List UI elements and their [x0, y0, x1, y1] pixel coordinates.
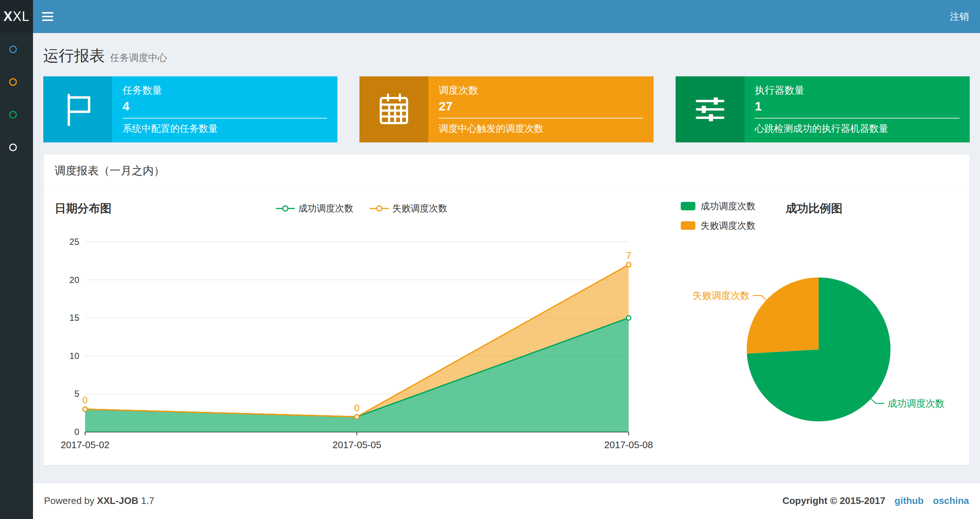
brand-name: XXL-JOB: [97, 495, 138, 506]
info-box-value: 4: [123, 99, 327, 113]
svg-text:2017-05-08: 2017-05-08: [605, 439, 653, 450]
legend-item-success[interactable]: 成功调度次数: [681, 200, 756, 212]
info-box-desc: 调度中心触发的调度次数: [439, 122, 643, 135]
logout-link[interactable]: 注销: [939, 0, 980, 33]
report-panel: 调度报表（一月之内） 日期分布图 成功调度次数: [43, 154, 970, 465]
version: 1.7: [141, 495, 154, 506]
info-box-value: 1: [755, 99, 959, 113]
date-distribution-section: 日期分布图 成功调度次数 失败调度次数: [44, 188, 679, 465]
circle-icon: [9, 78, 17, 86]
line-chart-legend: 成功调度次数 失败调度次数: [44, 202, 679, 214]
svg-text:失败调度次数: 失败调度次数: [692, 290, 750, 301]
divider: [123, 118, 327, 118]
divider: [439, 118, 643, 118]
sidebar-item-1[interactable]: [0, 33, 33, 66]
sliders-icon: [676, 76, 745, 142]
page-header: 运行报表任务调度中心: [33, 33, 980, 66]
page-footer: Powered by XXL-JOB 1.7 Copyright © 2015-…: [33, 482, 980, 519]
copyright: Copyright © 2015-2017: [782, 495, 885, 506]
svg-text:10: 10: [69, 351, 79, 361]
circle-icon: [9, 144, 17, 151]
line-series-marker-icon: [276, 204, 295, 212]
info-box-task-count: 任务数量 4 系统中配置的任务数量: [43, 76, 337, 142]
svg-text:7: 7: [626, 250, 631, 261]
line-series-marker-icon: [370, 204, 389, 212]
sidebar-item-3[interactable]: [0, 98, 33, 131]
logo[interactable]: XXL: [0, 0, 33, 33]
sidebar-item-2[interactable]: [0, 66, 33, 98]
svg-text:5: 5: [75, 389, 79, 399]
svg-text:25: 25: [69, 237, 79, 247]
flag-icon: [43, 76, 112, 142]
calendar-icon: [360, 76, 428, 142]
info-box-value: 27: [439, 99, 643, 113]
panel-title: 调度报表（一月之内）: [44, 155, 969, 188]
info-box-desc: 心跳检测成功的执行器机器数量: [755, 122, 959, 135]
info-box-title: 调度次数: [439, 84, 643, 97]
svg-text:成功调度次数: 成功调度次数: [888, 398, 945, 409]
info-box-trigger-count: 调度次数 27 调度中心触发的调度次数: [360, 76, 654, 142]
page-title: 运行报表: [43, 47, 105, 64]
oschina-link[interactable]: oschina: [933, 495, 969, 506]
sidebar-item-4[interactable]: [0, 131, 33, 164]
svg-text:0: 0: [354, 402, 360, 413]
sidebar-toggle-button[interactable]: [33, 0, 62, 33]
sidebar: [0, 33, 33, 519]
svg-text:2017-05-02: 2017-05-02: [61, 439, 110, 450]
pie-chart-title: 成功比例图: [786, 201, 842, 216]
divider: [755, 118, 959, 118]
svg-text:15: 15: [69, 313, 79, 323]
svg-text:0: 0: [83, 394, 88, 406]
page-subtitle: 任务调度中心: [110, 52, 167, 63]
success-ratio-section: 成功调度次数 失败调度次数 成功比例图 成功调度次数失败调度次数: [679, 188, 969, 465]
hamburger-icon: [42, 12, 53, 14]
top-navbar: XXL 注销: [0, 0, 980, 33]
info-box-title: 执行器数量: [755, 84, 959, 97]
logo-text: XL: [13, 9, 29, 24]
powered-by: Powered by XXL-JOB 1.7: [44, 495, 154, 506]
github-link[interactable]: github: [894, 495, 924, 506]
legend-label: 成功调度次数: [700, 200, 756, 212]
svg-text:2017-05-05: 2017-05-05: [332, 439, 382, 450]
panel-body: 日期分布图 成功调度次数 失败调度次数: [44, 188, 969, 465]
svg-text:0: 0: [75, 427, 79, 437]
info-box-row: 任务数量 4 系统中配置的任务数量 调度次数 27 调度中心触发的调度次数: [43, 76, 970, 142]
logo-text-bold: X: [3, 9, 13, 24]
circle-icon: [9, 46, 17, 53]
main-content: 运行报表任务调度中心 任务数量 4 系统中配置的任务数量: [33, 33, 980, 519]
success-ratio-pie-chart: 成功调度次数失败调度次数: [679, 224, 969, 459]
legend-swatch-icon: [681, 202, 695, 210]
legend-item-fail[interactable]: 失败调度次数: [370, 202, 447, 214]
svg-text:20: 20: [69, 275, 79, 285]
legend-item-success[interactable]: 成功调度次数: [276, 202, 353, 214]
info-box-desc: 系统中配置的任务数量: [123, 122, 327, 135]
legend-label: 失败调度次数: [393, 202, 447, 214]
info-box-title: 任务数量: [123, 84, 327, 97]
circle-icon: [9, 111, 17, 118]
info-box-executor-count: 执行器数量 1 心跳检测成功的执行器机器数量: [676, 76, 970, 142]
date-distribution-chart: 05101520252017-05-022017-05-052017-05-08…: [44, 217, 667, 461]
legend-label: 成功调度次数: [299, 202, 353, 214]
footer-right: Copyright © 2015-2017 github oschina: [782, 495, 969, 506]
